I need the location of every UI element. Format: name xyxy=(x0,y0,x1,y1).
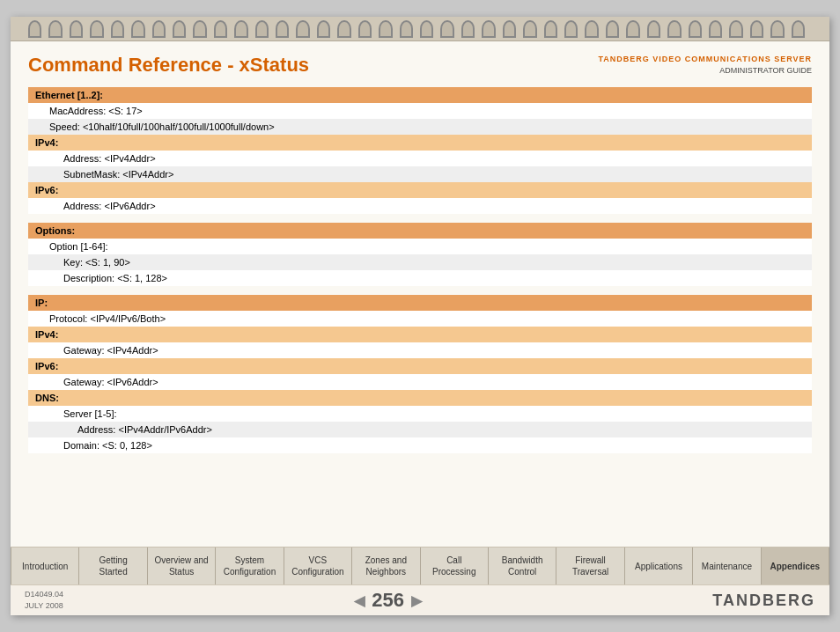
brand-name: TANDBERG VIDEO COMMUNICATIONS SERVER xyxy=(598,54,812,65)
spiral-31 xyxy=(667,20,681,38)
brand-main: TANDBERG xyxy=(598,55,649,63)
row-cell: Protocol: <IPv4/IPv6/Both> xyxy=(28,311,812,327)
spiral-26 xyxy=(564,20,578,38)
table-row: MacAddress: <S: 17> xyxy=(28,103,812,119)
header-brand: TANDBERG VIDEO COMMUNICATIONS SERVER ADM… xyxy=(598,54,812,76)
spiral-28 xyxy=(606,20,619,38)
row-cell: Gateway: <IPv6Addr> xyxy=(28,374,812,390)
spiral-9 xyxy=(214,20,227,38)
spiral-20 xyxy=(440,20,453,38)
row-cell: Address: <IPv6Addr> xyxy=(28,198,812,214)
nav-tab-introduction[interactable]: Introduction xyxy=(11,547,79,584)
spiral-6 xyxy=(152,20,166,38)
row-cell: Description: <S: 1, 128> xyxy=(28,270,812,286)
spiral-0 xyxy=(28,20,41,38)
spiral-14 xyxy=(317,20,330,38)
spiral-21 xyxy=(461,20,475,38)
table-row: Gateway: <IPv4Addr> xyxy=(28,342,812,358)
reference-content: Ethernet [1..2]:MacAddress: <S: 17>Speed… xyxy=(28,87,812,453)
spiral-34 xyxy=(729,20,742,38)
page-container: Command Reference - xStatus TANDBERG VID… xyxy=(11,17,829,615)
doc-info: D14049.04 JULY 2008 xyxy=(25,589,63,611)
spiral-36 xyxy=(770,20,784,38)
row-cell: Domain: <S: 0, 128> xyxy=(28,437,812,453)
spiral-17 xyxy=(379,20,392,38)
nav-tab-bandwidth-control[interactable]: Bandwidth Control xyxy=(489,547,556,584)
spiral-7 xyxy=(173,20,186,38)
section-header-text: Options: xyxy=(28,223,812,239)
table-row: Option [1-64]: xyxy=(28,239,812,254)
row-cell: DNS: xyxy=(28,390,812,406)
nav-tab-applications[interactable]: Applications xyxy=(625,547,693,584)
page-navigation: ◀ 256 ▶ xyxy=(354,589,422,612)
spiral-22 xyxy=(482,20,495,38)
table-row: Address: <IPv4Addr/IPv6Addr> xyxy=(28,422,812,437)
section-header-text: IP: xyxy=(28,295,812,311)
section-options: Options:Option [1-64]:Key: <S: 1, 90>Des… xyxy=(28,223,812,286)
table-row: IPv4: xyxy=(28,135,812,151)
row-cell: Speed: <10half/10full/100half/100full/10… xyxy=(28,119,812,135)
row-cell: Option [1-64]: xyxy=(28,239,812,254)
spiral-25 xyxy=(544,20,557,38)
doc-date: JULY 2008 xyxy=(25,600,63,612)
row-cell: IPv4: xyxy=(28,327,812,342)
nav-tabs: IntroductionGetting StartedOverview and … xyxy=(11,547,829,584)
page-num-row: D14049.04 JULY 2008 ◀ 256 ▶ TANDBERG xyxy=(11,584,829,615)
table-row: IPv6: xyxy=(28,358,812,374)
section-ethernet: Ethernet [1..2]:MacAddress: <S: 17>Speed… xyxy=(28,87,812,214)
row-cell: Key: <S: 1, 90> xyxy=(28,254,812,270)
nav-tab-maintenance[interactable]: Maintenance xyxy=(693,547,761,584)
spiral-37 xyxy=(792,20,805,38)
table-row: DNS: xyxy=(28,390,812,406)
spiral-13 xyxy=(296,20,309,38)
spiral-15 xyxy=(337,20,350,38)
nav-tab-overview-status[interactable]: Overview and Status xyxy=(148,547,216,584)
spiral-29 xyxy=(626,20,639,38)
row-cell: IPv6: xyxy=(28,182,812,198)
table-row: Address: <IPv4Addr> xyxy=(28,151,812,166)
table-row: SubnetMask: <IPv4Addr> xyxy=(28,166,812,182)
table-row: Domain: <S: 0, 128> xyxy=(28,437,812,453)
footer: IntroductionGetting StartedOverview and … xyxy=(11,547,829,615)
tandberg-logo: TANDBERG xyxy=(712,592,815,610)
spiral-1 xyxy=(48,20,62,38)
table-row: Gateway: <IPv6Addr> xyxy=(28,374,812,390)
spiral-30 xyxy=(647,20,660,38)
table-row: Protocol: <IPv4/IPv6/Both> xyxy=(28,311,812,327)
spiral-2 xyxy=(70,20,83,38)
page-title: Command Reference - xStatus xyxy=(28,54,309,77)
spiral-11 xyxy=(255,20,269,38)
spiral-12 xyxy=(276,20,289,38)
spiral-18 xyxy=(400,20,413,38)
row-cell: IPv6: xyxy=(28,358,812,374)
nav-tab-call-processing[interactable]: Call Processing xyxy=(421,547,489,584)
row-cell: Server [1-5]: xyxy=(28,406,812,422)
section-header-ip: IP: xyxy=(28,295,812,311)
nav-tab-system-configuration[interactable]: System Configuration xyxy=(216,547,284,584)
row-cell: Address: <IPv4Addr/IPv6Addr> xyxy=(28,422,812,437)
spiral-binding xyxy=(11,17,829,41)
nav-tab-appendices[interactable]: Appendices xyxy=(762,547,829,584)
nav-tab-firewall-traversal[interactable]: Firewall Traversal xyxy=(556,547,624,584)
page-header: Command Reference - xStatus TANDBERG VID… xyxy=(28,54,812,77)
content-area: Command Reference - xStatus TANDBERG VID… xyxy=(11,41,829,547)
row-cell: IPv4: xyxy=(28,135,812,151)
spiral-5 xyxy=(131,20,144,38)
spiral-24 xyxy=(523,20,536,38)
table-row: IPv6: xyxy=(28,182,812,198)
spiral-8 xyxy=(193,20,206,38)
prev-page-arrow[interactable]: ◀ xyxy=(354,592,365,609)
table-row: Key: <S: 1, 90> xyxy=(28,254,812,270)
table-row: Description: <S: 1, 128> xyxy=(28,270,812,286)
nav-tab-getting-started[interactable]: Getting Started xyxy=(79,547,147,584)
spiral-35 xyxy=(750,20,763,38)
section-header-ethernet: Ethernet [1..2]: xyxy=(28,87,812,103)
page-number: 256 xyxy=(372,589,404,612)
spiral-23 xyxy=(503,20,516,38)
next-page-arrow[interactable]: ▶ xyxy=(411,592,422,609)
brand-guide: ADMINISTRATOR GUIDE xyxy=(598,65,812,77)
nav-tab-zones-neighbors[interactable]: Zones and Neighbors xyxy=(352,547,420,584)
nav-tab-vcs-configuration[interactable]: VCS Configuration xyxy=(284,547,352,584)
spiral-33 xyxy=(709,20,722,38)
spiral-3 xyxy=(90,20,103,38)
